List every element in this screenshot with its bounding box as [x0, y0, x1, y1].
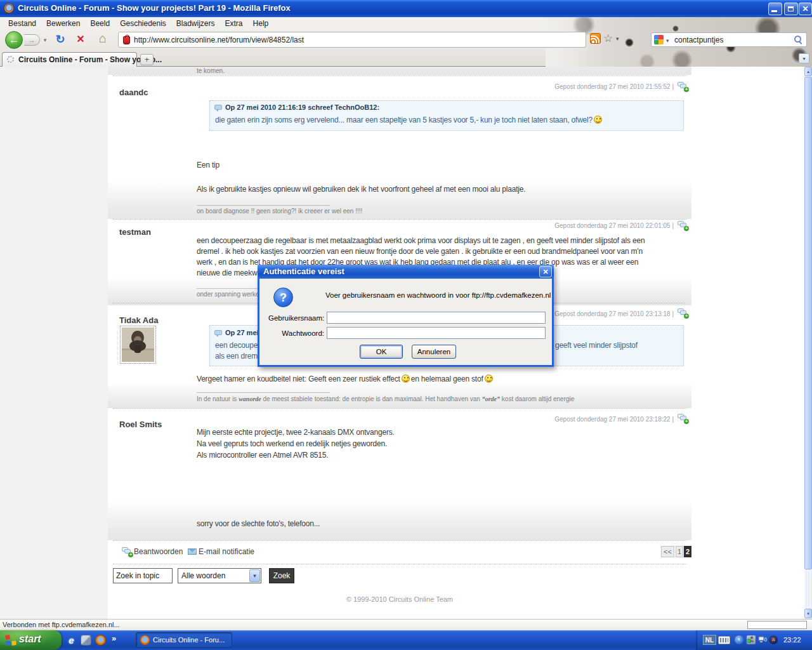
search-magnifier-icon[interactable] [794, 36, 802, 44]
email-notification-link[interactable]: E-mail notificatie [199, 547, 254, 556]
restore-button[interactable] [784, 3, 798, 15]
keyboard-layout-icon[interactable] [718, 636, 730, 644]
firefox-quicklaunch-icon[interactable] [95, 635, 106, 646]
bookmark-dropdown-icon[interactable]: ▾ [616, 36, 619, 42]
web-search-box[interactable]: ▾ [651, 32, 807, 47]
quote-bubble-icon [214, 330, 222, 335]
tab-circuits-online[interactable]: Circuits Online - Forum - Show your p... [2, 52, 137, 67]
post-timestamp: Gepost donderdag 27 mei 2010 21:55:52 | [381, 83, 674, 90]
pagination-page-1[interactable]: 1 [676, 546, 683, 557]
bookmark-star-icon[interactable]: ☆ [603, 32, 613, 45]
window-titlebar[interactable]: Circuits Online - Forum - Show your proj… [0, 0, 812, 17]
taskbar-item-firefox[interactable]: Circuits Online - Foru... [136, 632, 232, 648]
menu-bar: Bestand Bewerken Beeld Geschiedenis Blad… [0, 17, 273, 30]
select-dropdown-icon[interactable]: ▾ [249, 569, 260, 582]
password-field[interactable] [327, 327, 546, 339]
post-body-line: Een tip [197, 161, 219, 169]
post-tail-band [108, 500, 691, 540]
signature-divider [197, 205, 330, 206]
home-button[interactable]: ⌂ [95, 31, 110, 46]
start-label: start [19, 633, 41, 645]
messenger-icon[interactable] [81, 635, 91, 646]
menu-bestand[interactable]: Bestand [4, 18, 41, 29]
scrollbar-thumb[interactable] [804, 77, 812, 569]
quote-reply-icon[interactable]: + [678, 221, 688, 230]
menu-help[interactable]: Help [249, 18, 273, 29]
google-engine-icon[interactable] [654, 35, 664, 44]
post-separator [113, 540, 686, 541]
previous-post-fragment: te komen. [197, 67, 225, 74]
url-bar[interactable] [118, 32, 586, 48]
menu-bladwijzers[interactable]: Bladwijzers [172, 18, 219, 29]
topic-search-input[interactable] [113, 568, 173, 583]
tray-arrow-icon[interactable]: ‹ [735, 635, 743, 644]
username-field[interactable] [327, 312, 546, 324]
tray-avast-icon[interactable]: a [769, 635, 778, 644]
forward-button[interactable]: → [24, 34, 40, 46]
quote-reply-icon[interactable]: + [678, 414, 688, 423]
menu-extra[interactable]: Extra [221, 18, 247, 29]
menu-geschiedenis[interactable]: Geschiedenis [115, 18, 171, 29]
post-separator [113, 219, 686, 220]
section-separator [113, 564, 686, 564]
dialog-message: Voer gebruikersnaam en wachtwoord in voo… [325, 291, 551, 299]
language-indicator[interactable]: NL [703, 635, 716, 645]
reload-button[interactable]: ↻ [53, 32, 67, 46]
scroll-up-icon[interactable]: ▲ [804, 67, 812, 76]
post-signature: on board diagnose !! geen storing?! ik c… [197, 208, 362, 215]
quote-line: die gaten erin zijn soms erg vervelend..… [215, 116, 603, 124]
question-icon: ? [273, 288, 293, 307]
windows-logo-icon [5, 634, 17, 646]
minimize-button[interactable] [768, 3, 782, 15]
stop-button[interactable]: ✕ [74, 33, 88, 45]
post-separator [113, 76, 686, 76]
post-author: Tidak Ada [119, 315, 158, 325]
search-scope-select[interactable]: Alle woorden ▾ [178, 568, 261, 583]
pagination-page-2-current[interactable]: 2 [684, 546, 691, 557]
quicklaunch-overflow-chevron[interactable]: » [112, 633, 116, 643]
reply-bubble-icon[interactable]: + [122, 547, 133, 556]
post-timestamp: Gepost donderdag 27 mei 2010 22:01:05 | [381, 222, 674, 229]
ok-button[interactable]: OK [360, 345, 403, 359]
vertical-scrollbar[interactable]: ▲ ▼ [804, 67, 812, 619]
quote-reply-icon[interactable]: + [678, 82, 688, 91]
engine-dropdown-icon[interactable]: ▾ [666, 37, 669, 44]
signature-divider [197, 392, 330, 393]
avatar [120, 326, 156, 364]
tray-clock[interactable]: 23:22 [783, 636, 801, 644]
menu-bewerken[interactable]: Bewerken [42, 18, 84, 29]
chimp-avatar-image [122, 328, 154, 362]
menu-beeld[interactable]: Beeld [86, 18, 114, 29]
post-body-line: Mijn eerste echte projectje, twee 2-kana… [197, 428, 395, 437]
quote-reply-icon[interactable]: + [678, 308, 688, 317]
start-button[interactable]: start [0, 630, 62, 650]
tab-list-dropdown[interactable]: ▾ [799, 53, 809, 63]
rss-feed-icon[interactable] [590, 33, 601, 44]
url-input[interactable] [134, 34, 578, 45]
tray-network-icon[interactable] [758, 635, 767, 644]
scroll-down-icon[interactable]: ▼ [804, 609, 812, 618]
email-icon[interactable] [188, 548, 197, 555]
site-identity-icon[interactable] [123, 36, 130, 44]
tray-user-icon[interactable] [747, 635, 756, 644]
dialog-titlebar[interactable]: Authenticatie vereist ✕ [258, 265, 554, 279]
post-body-line: Vergeet hamer en koudbeitel niet: Geeft … [197, 375, 494, 383]
history-dropdown-icon[interactable]: ▾ [42, 37, 48, 43]
reply-link[interactable]: Beantwoorden [134, 547, 183, 556]
pagination-prev[interactable]: << [661, 546, 674, 557]
dialog-close-icon[interactable]: ✕ [539, 266, 552, 277]
forward-icon: → [29, 36, 36, 44]
password-label: Wachtwoord: [268, 329, 324, 337]
new-tab-button[interactable]: + [140, 54, 154, 65]
taskbar: start e » Circuits Online - Foru... NL ‹… [0, 630, 812, 650]
download-progress-bar [747, 621, 807, 629]
web-search-input[interactable] [674, 35, 795, 44]
post-timestamp: Gepost donderdag 27 mei 2010 23:18:22 | [381, 416, 674, 423]
search-submit-button[interactable]: Zoek [269, 568, 294, 583]
post-body-line: sorry voor de slechte foto's, telefoon..… [197, 519, 320, 528]
back-button[interactable]: ← [5, 31, 23, 49]
internet-explorer-icon[interactable]: e [66, 635, 77, 646]
cancel-button[interactable]: Annuleren [412, 345, 456, 359]
close-button[interactable]: ✕ [799, 3, 812, 15]
tab-loading-spinner-icon [7, 56, 14, 63]
